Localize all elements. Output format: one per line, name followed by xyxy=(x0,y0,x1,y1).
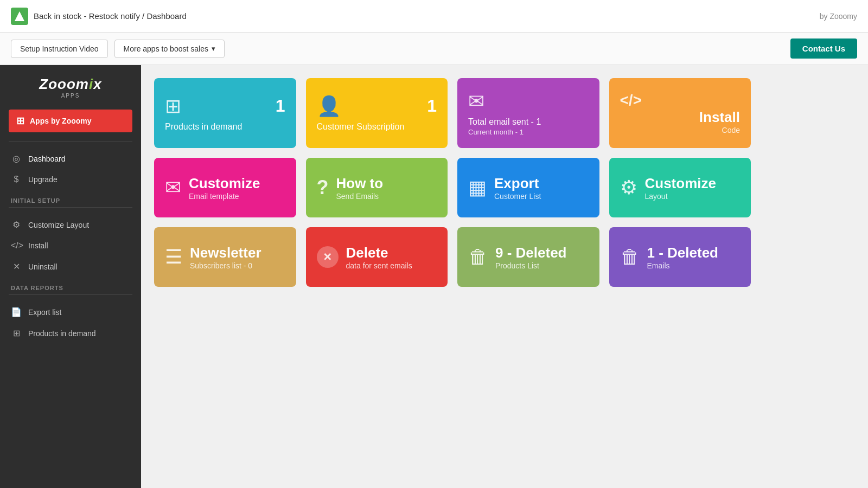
card-big-title: Export xyxy=(494,175,541,192)
trash-icon: 🗑 xyxy=(468,246,488,268)
card-big-title: 9 - Deleted xyxy=(495,245,567,261)
action-bar: Setup Instruction Video More apps to boo… xyxy=(0,33,868,65)
card-title: Customer Subscription xyxy=(317,122,405,132)
sidebar-item-label: Customize Layout xyxy=(28,221,89,229)
trash-icon: 🗑 xyxy=(620,246,640,268)
grid-icon: ⊞ xyxy=(11,328,22,338)
card-subtitle: Current month - 1 xyxy=(468,128,524,136)
contact-us-button[interactable]: Contact Us xyxy=(790,38,857,59)
card-export-customer-list[interactable]: ▦ Export Customer List xyxy=(457,158,599,217)
grid-icon: ⊞ xyxy=(165,95,181,118)
card-subtitle: Email template xyxy=(189,192,260,201)
top-bar: Back in stock - Restock notify / Dashboa… xyxy=(0,0,868,33)
x-icon: ✕ xyxy=(11,261,22,272)
code-icon: </> xyxy=(620,92,642,109)
card-subtitle: Products List xyxy=(495,261,567,270)
close-icon: ✕ xyxy=(317,246,339,268)
card-delete-sent-emails[interactable]: ✕ Delete data for sent emails xyxy=(306,227,448,287)
sidebar-item-dashboard[interactable]: ◎ Dashboard xyxy=(0,148,141,169)
card-total-email-sent[interactable]: ✉ Total email sent - 1 Current month - 1 xyxy=(457,78,599,148)
data-reports-label: DATA REPORTS xyxy=(0,277,141,294)
setup-video-button[interactable]: Setup Instruction Video xyxy=(11,40,108,58)
card-customer-subscription[interactable]: 👤 1 Customer Subscription xyxy=(306,78,448,148)
sidebar-item-label: Dashboard xyxy=(28,155,66,163)
app-logo-icon xyxy=(11,8,28,25)
card-deleted-emails[interactable]: 🗑 1 - Deleted Emails xyxy=(609,227,751,287)
dollar-icon: $ xyxy=(11,175,22,184)
action-bar-left: Setup Instruction Video More apps to boo… xyxy=(11,40,225,58)
sidebar-item-customize-layout[interactable]: ⚙ Customize Layout xyxy=(0,214,141,235)
sidebar-item-upgrade[interactable]: $ Upgrade xyxy=(0,169,141,190)
sidebar-item-label: Uninstall xyxy=(28,262,58,271)
top-bar-left: Back in stock - Restock notify / Dashboa… xyxy=(11,8,187,25)
card-title: Products in demand xyxy=(165,122,242,132)
card-big-title: Newsletter xyxy=(190,245,261,261)
sidebar-divider-1 xyxy=(9,141,132,142)
code-icon: </> xyxy=(11,241,22,251)
sidebar-item-label: Products in demand xyxy=(28,329,96,338)
person-icon: ◎ xyxy=(11,153,22,164)
card-subtitle: Subscribers list - 0 xyxy=(190,261,261,270)
apps-by-zooomy-button[interactable]: ⊞ Apps by Zooomy xyxy=(9,110,132,132)
more-apps-label: More apps to boost sales xyxy=(124,44,208,53)
sidebar-item-export-list[interactable]: 📄 Export list xyxy=(0,301,141,323)
sidebar-item-label: Upgrade xyxy=(28,175,58,184)
card-big-title: 1 - Deleted xyxy=(647,245,719,261)
card-number: 1 xyxy=(276,96,285,116)
sidebar: Zooomix APPS ⊞ Apps by Zooomy ◎ Dashboar… xyxy=(0,65,141,488)
sidebar-item-install[interactable]: </> Install xyxy=(0,235,141,256)
email-icon: ✉ xyxy=(165,176,181,199)
svg-marker-0 xyxy=(15,11,24,21)
card-subtitle: data for sent emails xyxy=(346,261,412,270)
card-big-title: How to xyxy=(336,175,384,192)
apps-btn-label: Apps by Zooomy xyxy=(30,117,92,125)
newsletter-icon: ☰ xyxy=(165,246,182,268)
breadcrumb: Back in stock - Restock notify / Dashboa… xyxy=(34,11,187,21)
gear-icon: ⚙ xyxy=(11,220,22,230)
card-how-to-send[interactable]: ? How to Send Emails xyxy=(306,158,448,217)
sidebar-item-label: Install xyxy=(28,241,48,250)
chevron-down-icon: ▾ xyxy=(212,44,215,53)
card-customize-email[interactable]: ✉ Customize Email template xyxy=(154,158,296,217)
user-icon: 👤 xyxy=(317,95,341,118)
table-icon: ▦ xyxy=(468,176,487,199)
card-subtitle: Layout xyxy=(645,192,716,201)
grid-icon: ⊞ xyxy=(16,115,24,127)
logo-text: Zooomix xyxy=(11,76,130,93)
card-newsletter[interactable]: ☰ Newsletter Subscribers list - 0 xyxy=(154,227,296,287)
card-subtitle: Send Emails xyxy=(336,192,384,201)
card-products-in-demand[interactable]: ⊞ 1 Products in demand xyxy=(154,78,296,148)
more-apps-button[interactable]: More apps to boost sales ▾ xyxy=(114,40,225,58)
main-layout: Zooomix APPS ⊞ Apps by Zooomy ◎ Dashboar… xyxy=(0,65,868,488)
sidebar-divider-3 xyxy=(9,294,132,295)
sidebar-item-products-in-demand[interactable]: ⊞ Products in demand xyxy=(0,323,141,344)
sidebar-item-label: Export list xyxy=(28,308,61,317)
card-big-title: Customize xyxy=(645,175,716,192)
main-content: ⊞ 1 Products in demand 👤 1 Customer Subs… xyxy=(141,65,868,488)
question-icon: ? xyxy=(317,176,329,199)
card-big-title: Install xyxy=(699,109,740,126)
card-subtitle: Customer List xyxy=(494,192,541,201)
card-title: Total email sent - 1 xyxy=(468,117,541,127)
by-label: by Zooomy xyxy=(820,12,857,21)
doc-icon: 📄 xyxy=(11,307,22,317)
card-big-title: Delete xyxy=(346,245,412,261)
logo-sub: APPS xyxy=(11,93,130,99)
gear-icon: ⚙ xyxy=(620,176,637,199)
sidebar-divider-2 xyxy=(9,207,132,208)
dashboard-grid: ⊞ 1 Products in demand 👤 1 Customer Subs… xyxy=(154,78,751,287)
card-big-title: Customize xyxy=(189,175,260,192)
card-number: 1 xyxy=(427,96,437,116)
sidebar-item-uninstall[interactable]: ✕ Uninstall xyxy=(0,256,141,277)
sidebar-logo: Zooomix APPS xyxy=(0,65,141,110)
card-install-code[interactable]: </> Install Code xyxy=(609,78,751,148)
initial-setup-label: INITIAL SETUP xyxy=(0,190,141,207)
card-subtitle: Code xyxy=(722,126,740,134)
card-deleted-products-list[interactable]: 🗑 9 - Deleted Products List xyxy=(457,227,599,287)
card-customize-layout[interactable]: ⚙ Customize Layout xyxy=(609,158,751,217)
card-subtitle: Emails xyxy=(647,261,719,270)
email-icon: ✉ xyxy=(468,90,484,113)
